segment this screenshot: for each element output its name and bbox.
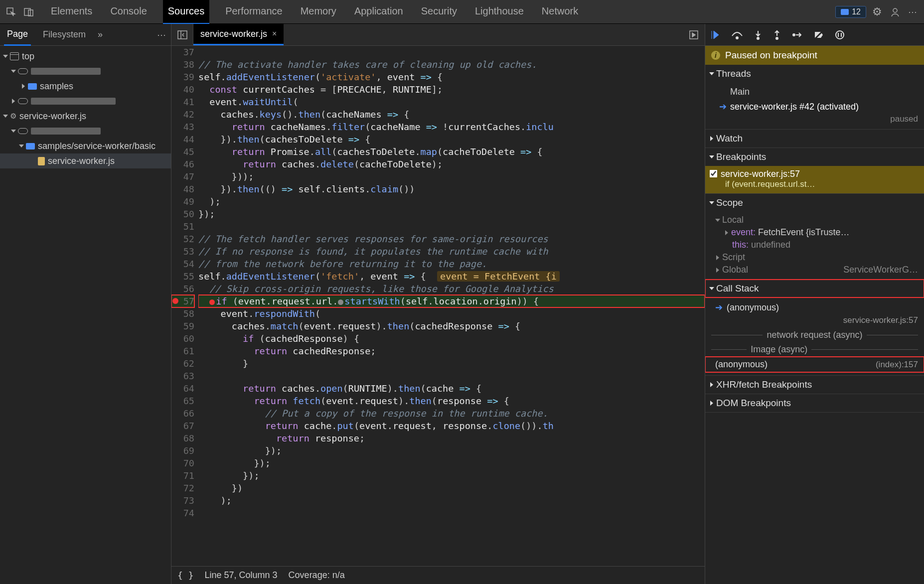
step-into-icon[interactable] xyxy=(754,30,762,40)
account-icon[interactable] xyxy=(888,5,902,19)
tab-console[interactable]: Console xyxy=(108,0,149,24)
editor-statusbar: { } Line 57, Column 3 Coverage: n/a xyxy=(171,566,705,584)
callstack-section: Call Stack ➔ (anonymous) service-worker.… xyxy=(705,280,924,376)
xhr-breakpoints-section: XHR/fetch Breakpoints xyxy=(705,376,924,394)
tab-lighthouse[interactable]: Lighthouse xyxy=(473,0,526,24)
chevron-right-icon xyxy=(725,230,728,235)
inspect-element-icon[interactable] xyxy=(4,5,18,19)
run-snippet-icon[interactable] xyxy=(683,30,705,39)
tree-label: service-worker.js xyxy=(19,111,86,122)
breakpoints-header[interactable]: Breakpoints xyxy=(705,148,924,166)
deactivate-breakpoints-icon[interactable] xyxy=(814,30,824,40)
thread-sw[interactable]: ➔ service-worker.js #42 (activated) xyxy=(705,99,924,114)
scope-section: Scope Local event: FetchEvent {isTruste…… xyxy=(705,194,924,280)
breakpoint-entry[interactable]: service-worker.js:57 if (event.request.u… xyxy=(705,166,924,193)
tree-origin-3[interactable] xyxy=(0,124,171,139)
pretty-print-icon[interactable]: { } xyxy=(177,570,194,581)
svg-point-12 xyxy=(836,31,844,39)
threads-header[interactable]: Threads xyxy=(705,65,924,83)
chevron-right-icon xyxy=(710,136,713,141)
settings-gear-icon[interactable]: ⚙ xyxy=(870,5,884,19)
tab-network[interactable]: Network xyxy=(540,0,580,24)
breakpoint-checkbox[interactable] xyxy=(710,170,718,178)
close-tab-icon[interactable]: × xyxy=(272,29,277,38)
tab-performance[interactable]: Performance xyxy=(223,0,285,24)
more-menu-icon[interactable]: ⋯ xyxy=(906,5,920,19)
async-separator-1: network request (async) xyxy=(705,328,924,342)
tree-folder-samples[interactable]: samples xyxy=(0,79,171,94)
tree-path-folder[interactable]: samples/service-worker/basic xyxy=(0,139,171,153)
svg-rect-1 xyxy=(24,8,30,15)
step-icon[interactable] xyxy=(792,30,803,40)
chevron-down-icon xyxy=(3,115,8,118)
tree-origin-2[interactable] xyxy=(0,94,171,109)
chevron-right-icon xyxy=(710,382,713,387)
navigator-tabs: Page Filesystem » ⋯ xyxy=(0,24,171,46)
chevron-down-icon xyxy=(19,145,24,147)
svg-point-10 xyxy=(793,34,795,36)
resume-icon[interactable] xyxy=(710,30,720,40)
nav-tabs-menu-icon[interactable]: ⋯ xyxy=(157,29,167,40)
tab-elements[interactable]: Elements xyxy=(49,0,94,24)
devtools-topbar: Elements Console Sources Performance Mem… xyxy=(0,0,924,24)
tree-file-sw[interactable]: service-worker.js xyxy=(0,153,171,168)
editor-tabbar: service-worker.js × xyxy=(171,24,705,46)
file-tree: top samples ⚙ service-worker.js xyxy=(0,46,171,584)
cloud-icon xyxy=(18,68,28,74)
tab-security[interactable]: Security xyxy=(419,0,459,24)
callstack-frame-0-loc: service-worker.js:57 xyxy=(705,315,924,328)
breakpoint-location: service-worker.js:57 xyxy=(721,169,800,179)
svg-point-7 xyxy=(736,37,738,39)
cloud-icon xyxy=(18,98,28,104)
chevron-down-icon xyxy=(3,55,8,58)
tab-memory[interactable]: Memory xyxy=(299,0,338,24)
nav-tab-filesystem[interactable]: Filesystem xyxy=(40,24,89,45)
scope-global[interactable]: Global ServiceWorkerG… xyxy=(705,264,924,276)
line-gutter[interactable]: 3738394041424344454647484950515253545556… xyxy=(171,46,198,566)
svg-point-8 xyxy=(757,37,759,39)
tree-sw-root[interactable]: ⚙ service-worker.js xyxy=(0,109,171,124)
file-tab-label: service-worker.js xyxy=(200,29,267,39)
pause-on-exceptions-icon[interactable] xyxy=(835,30,845,40)
issues-counter[interactable]: 12 xyxy=(835,6,866,18)
toggle-navigator-icon[interactable] xyxy=(171,24,193,46)
xhr-breakpoints-header[interactable]: XHR/fetch Breakpoints xyxy=(705,376,924,394)
dom-breakpoints-header[interactable]: DOM Breakpoints xyxy=(705,394,924,412)
paused-text: Paused on breakpoint xyxy=(725,50,817,61)
code-editor[interactable]: 3738394041424344454647484950515253545556… xyxy=(171,46,705,566)
issues-count: 12 xyxy=(852,7,861,16)
step-out-icon[interactable] xyxy=(773,30,781,40)
folder-icon xyxy=(26,143,35,149)
scope-var-this[interactable]: this: undefined xyxy=(705,239,924,251)
file-tab-sw[interactable]: service-worker.js × xyxy=(193,24,284,45)
tree-origin-1[interactable] xyxy=(0,64,171,79)
callstack-frame-1[interactable]: (anonymous) (index):157 xyxy=(705,357,924,372)
watch-header[interactable]: Watch xyxy=(705,130,924,147)
debugger-toolbar xyxy=(705,24,924,46)
window-icon xyxy=(10,52,19,60)
chevron-right-icon xyxy=(22,84,25,89)
scope-header[interactable]: Scope xyxy=(705,194,924,212)
scope-var-event[interactable]: event: FetchEvent {isTruste… xyxy=(705,226,924,239)
chevron-right-icon xyxy=(716,268,719,273)
callstack-frame-0[interactable]: ➔ (anonymous) xyxy=(705,299,924,315)
scope-script[interactable]: Script xyxy=(705,251,924,264)
thread-main[interactable]: Main xyxy=(705,85,924,99)
code-lines[interactable]: // The activate handler takes care of cl… xyxy=(198,46,705,566)
tab-application[interactable]: Application xyxy=(352,0,405,24)
coverage-status: Coverage: n/a xyxy=(289,570,345,581)
step-over-icon[interactable] xyxy=(731,30,743,40)
tab-sources[interactable]: Sources xyxy=(163,0,209,24)
chevron-right-icon xyxy=(716,255,719,260)
gear-icon: ⚙ xyxy=(10,112,16,121)
redacted-origin xyxy=(31,68,101,75)
scope-local[interactable]: Local xyxy=(705,214,924,226)
tree-label: samples xyxy=(40,81,73,92)
nav-tab-page[interactable]: Page xyxy=(4,24,31,46)
device-toggle-icon[interactable] xyxy=(22,5,36,19)
callstack-header[interactable]: Call Stack xyxy=(705,280,924,297)
chevron-right-icon xyxy=(12,99,15,104)
paused-banner: i Paused on breakpoint xyxy=(705,46,924,65)
nav-tabs-more-icon[interactable]: » xyxy=(98,29,103,40)
tree-top[interactable]: top xyxy=(0,49,171,64)
